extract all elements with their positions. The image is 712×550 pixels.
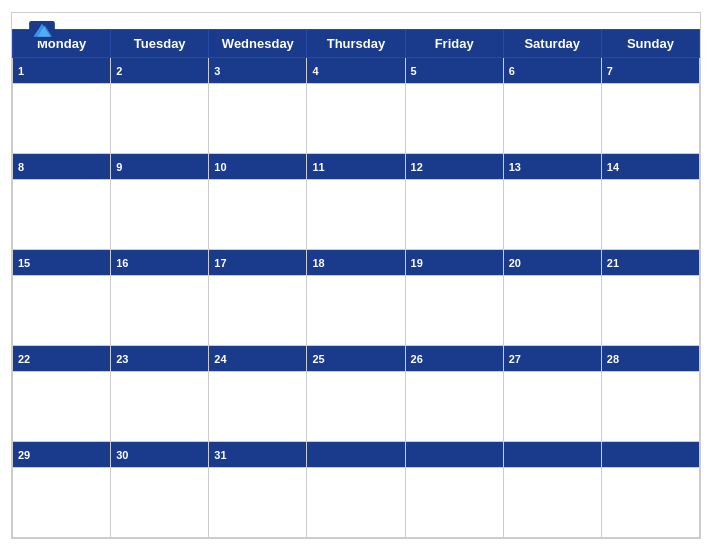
week-5-day-3-cell (209, 467, 307, 537)
header-friday: Friday (405, 29, 503, 57)
week-4-day-7-header: 28 (601, 345, 699, 371)
week-5-day-6-cell (503, 467, 601, 537)
date-num-31: 31 (214, 449, 226, 461)
date-num-6: 6 (509, 65, 515, 77)
week-2-day-3-header: 10 (209, 153, 307, 179)
date-num-11: 11 (312, 161, 324, 173)
week-3-day-7-cell (601, 275, 699, 345)
date-num-26: 26 (411, 353, 423, 365)
week-3-day-5-header: 19 (405, 249, 503, 275)
date-num-21: 21 (607, 257, 619, 269)
date-num-18: 18 (312, 257, 324, 269)
date-num-22: 22 (18, 353, 30, 365)
week-1-content-row (13, 83, 700, 153)
week-2-day-5-header: 12 (405, 153, 503, 179)
date-num-24: 24 (214, 353, 226, 365)
weekday-header-row: Monday Tuesday Wednesday Thursday Friday… (13, 29, 700, 57)
week-1-day-7-header: 7 (601, 57, 699, 83)
date-num-4: 4 (312, 65, 318, 77)
week-5-day-4-header (307, 441, 405, 467)
week-3-day-1-cell (13, 275, 111, 345)
date-num-25: 25 (312, 353, 324, 365)
week-4-day-4-header: 25 (307, 345, 405, 371)
calendar-container: Monday Tuesday Wednesday Thursday Friday… (11, 12, 701, 539)
date-num-23: 23 (116, 353, 128, 365)
logo-area (28, 21, 60, 41)
week-4-day-1-header: 22 (13, 345, 111, 371)
week-3-day-3-header: 17 (209, 249, 307, 275)
week-5-day-3-header: 31 (209, 441, 307, 467)
week-3-day-6-header: 20 (503, 249, 601, 275)
week-3-day-2-cell (111, 275, 209, 345)
date-num-2: 2 (116, 65, 122, 77)
date-num-8: 8 (18, 161, 24, 173)
week-1-day-5-header: 5 (405, 57, 503, 83)
week-5-day-1-cell (13, 467, 111, 537)
week-2-day-7-cell (601, 179, 699, 249)
week-3-day-3-cell (209, 275, 307, 345)
header-tuesday: Tuesday (111, 29, 209, 57)
header-sunday: Sunday (601, 29, 699, 57)
date-num-1: 1 (18, 65, 24, 77)
week-4-day-3-header: 24 (209, 345, 307, 371)
week-5-day-4-cell (307, 467, 405, 537)
week-2-day-6-cell (503, 179, 601, 249)
week-2-day-2-header: 9 (111, 153, 209, 179)
week-4-day-6-header: 27 (503, 345, 601, 371)
week-2-header-row: 891011121314 (13, 153, 700, 179)
week-3-day-7-header: 21 (601, 249, 699, 275)
week-2-day-5-cell (405, 179, 503, 249)
week-1-day-1-cell (13, 83, 111, 153)
week-1-day-3-header: 3 (209, 57, 307, 83)
calendar-body: 1234567891011121314151617181920212223242… (13, 57, 700, 537)
date-num-13: 13 (509, 161, 521, 173)
week-1-day-2-header: 2 (111, 57, 209, 83)
week-4-day-7-cell (601, 371, 699, 441)
header-saturday: Saturday (503, 29, 601, 57)
date-num-5: 5 (411, 65, 417, 77)
week-2-day-1-cell (13, 179, 111, 249)
date-num-15: 15 (18, 257, 30, 269)
week-5-content-row (13, 467, 700, 537)
week-5-day-7-cell (601, 467, 699, 537)
date-num-7: 7 (607, 65, 613, 77)
week-4-day-4-cell (307, 371, 405, 441)
week-3-content-row (13, 275, 700, 345)
week-3-day-6-cell (503, 275, 601, 345)
date-num-17: 17 (214, 257, 226, 269)
week-5-day-5-header (405, 441, 503, 467)
date-num-12: 12 (411, 161, 423, 173)
week-4-day-2-header: 23 (111, 345, 209, 371)
week-5-day-5-cell (405, 467, 503, 537)
week-1-day-4-header: 4 (307, 57, 405, 83)
week-2-day-4-header: 11 (307, 153, 405, 179)
week-4-day-6-cell (503, 371, 601, 441)
week-4-day-1-cell (13, 371, 111, 441)
week-1-day-2-cell (111, 83, 209, 153)
date-num-28: 28 (607, 353, 619, 365)
week-3-day-1-header: 15 (13, 249, 111, 275)
week-2-content-row (13, 179, 700, 249)
date-num-14: 14 (607, 161, 619, 173)
date-num-19: 19 (411, 257, 423, 269)
date-num-3: 3 (214, 65, 220, 77)
week-3-day-5-cell (405, 275, 503, 345)
header-thursday: Thursday (307, 29, 405, 57)
week-2-day-2-cell (111, 179, 209, 249)
week-3-day-4-header: 18 (307, 249, 405, 275)
week-5-header-row: 293031 (13, 441, 700, 467)
week-1-day-7-cell (601, 83, 699, 153)
week-2-day-1-header: 8 (13, 153, 111, 179)
week-5-day-7-header (601, 441, 699, 467)
week-4-day-5-header: 26 (405, 345, 503, 371)
week-5-day-2-cell (111, 467, 209, 537)
date-num-10: 10 (214, 161, 226, 173)
date-num-20: 20 (509, 257, 521, 269)
date-num-30: 30 (116, 449, 128, 461)
date-num-27: 27 (509, 353, 521, 365)
week-1-day-1-header: 1 (13, 57, 111, 83)
week-2-day-7-header: 14 (601, 153, 699, 179)
week-2-day-3-cell (209, 179, 307, 249)
week-3-header-row: 15161718192021 (13, 249, 700, 275)
calendar-header (12, 13, 700, 29)
